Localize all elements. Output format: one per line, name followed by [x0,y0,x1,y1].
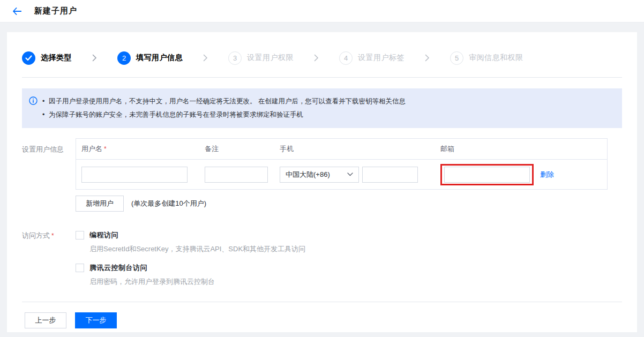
step-label: 选择类型 [41,53,72,63]
step-number: 4 [339,51,353,65]
step-review: 5 审阅信息和权限 [450,51,523,65]
page-title: 新建子用户 [34,6,77,16]
step-set-permissions: 3 设置用户权限 [228,51,294,65]
chevron-right-icon [314,54,319,62]
step-set-tags: 4 设置用户标签 [339,51,405,65]
phone-country-value: 中国大陆(+86) [286,170,330,179]
column-header-remark: 备注 [199,144,274,154]
notice-item: 为保障子账号的账户安全，未完善手机信息的子账号在登录时将被要求绑定和验证手机 [42,108,613,122]
option-programmatic-access: 编程访问 启用SecretId和SecretKey，支持腾讯云API、SDK和其… [76,230,622,254]
step-label: 设置用户标签 [358,53,405,63]
previous-step-button[interactable]: 上一步 [25,312,66,328]
divider [22,77,622,78]
user-table-row: 中国大陆(+86) 删除 [76,160,607,189]
user-table-header: 用户名* 备注 手机 邮箱 [76,139,607,160]
next-step-button[interactable]: 下一步 [75,312,117,328]
access-method-section: 访问方式* 编程访问 启用SecretId和SecretKey，支持腾讯云API… [22,230,622,287]
step-label: 设置用户权限 [247,53,294,63]
phone-input[interactable] [362,167,418,183]
wizard-footer: 上一步 下一步 [22,312,622,328]
step-number: 3 [228,51,242,65]
notice-item: 因子用户登录使用用户名，不支持中文，用户名一经确定将无法更改。 在创建用户后，您… [42,95,613,108]
option-label: 编程访问 [89,230,118,240]
chevron-right-icon [425,54,430,62]
required-asterisk: * [104,145,107,153]
phone-country-select[interactable]: 中国大陆(+86) [280,167,359,183]
email-input-highlight-annotation [440,164,534,185]
step-number: 2 [117,51,131,65]
email-input[interactable] [444,167,530,183]
column-header-username: 用户名* [76,144,199,154]
top-header: 新建子用户 [0,0,644,23]
user-info-section: 设置用户信息 用户名* 备注 手机 邮箱 [22,138,622,212]
chevron-right-icon [92,54,97,62]
main-card: 选择类型 2 填写用户信息 3 设置用户权限 4 设置用户标签 5 审阅信息和权… [7,32,637,332]
step-label: 审阅信息和权限 [469,53,523,63]
column-header-phone: 手机 [274,144,435,154]
add-user-button[interactable]: 新增用户 [76,196,124,212]
chevron-down-icon [347,173,353,176]
step-number: 5 [450,51,463,65]
step-check-icon [22,51,35,65]
delete-row-link[interactable]: 删除 [540,170,554,179]
remark-input[interactable] [205,167,268,183]
info-banner: 因子用户登录使用用户名，不支持中文，用户名一经确定将无法更改。 在创建用户后，您… [22,88,622,128]
access-method-label: 访问方式* [22,230,76,287]
option-console-access: 腾讯云控制台访问 启用密码，允许用户登录到腾讯云控制台 [76,263,622,287]
step-fill-user-info: 2 填写用户信息 [117,51,183,65]
option-description: 启用密码，允许用户登录到腾讯云控制台 [89,277,622,287]
back-arrow-icon[interactable] [11,5,23,17]
wizard-stepper: 选择类型 2 填写用户信息 3 设置用户权限 4 设置用户标签 5 审阅信息和权… [22,32,622,64]
programmatic-access-checkbox[interactable] [76,231,84,239]
chevron-right-icon [203,54,208,62]
column-header-email: 邮箱 [435,144,607,154]
option-description: 启用SecretId和SecretKey，支持腾讯云API、SDK和其他开发工具… [89,244,622,254]
info-icon [29,96,38,107]
username-input[interactable] [81,167,188,183]
option-label: 腾讯云控制台访问 [89,263,147,273]
step-label: 填写用户信息 [136,53,183,63]
add-user-hint: (单次最多创建10个用户) [131,199,206,208]
divider [22,302,622,302]
user-table: 用户名* 备注 手机 邮箱 中国大陆(+86) [76,138,608,190]
step-select-type: 选择类型 [22,51,72,65]
console-access-checkbox[interactable] [76,264,84,272]
user-info-section-label: 设置用户信息 [22,138,76,212]
required-asterisk: * [51,232,54,239]
